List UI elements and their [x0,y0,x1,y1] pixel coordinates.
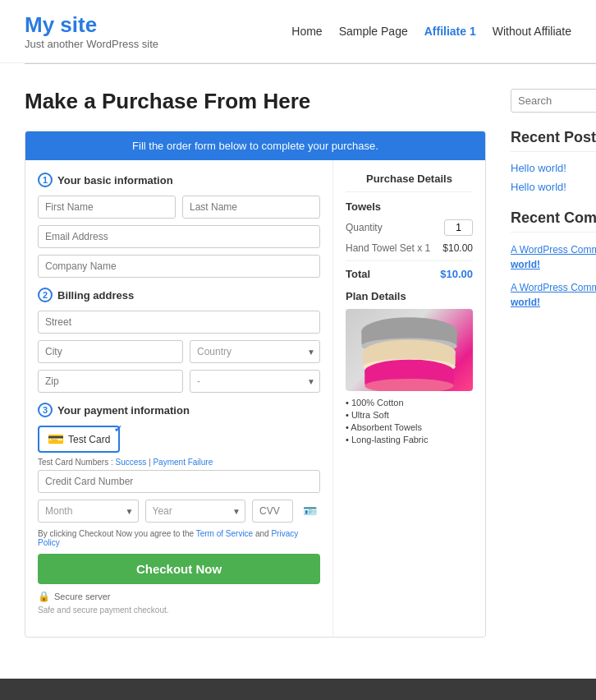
checkout-container: Fill the order form below to complete yo… [25,131,486,638]
month-wrap: Month ▼ [38,500,139,523]
comment-0: A WordPress Commenter on Hello world! [511,242,596,272]
payment-section: 3 Your payment information 💳 Test Card ✔ [38,403,320,615]
feature-item: Long-lasting Fabric [346,435,473,444]
credit-card-input[interactable] [38,470,320,493]
site-title: My site [25,12,158,38]
nav-without-affiliate[interactable]: Without Affiliate [493,25,571,38]
street-row [38,311,320,334]
plan-title: Plan Details [346,290,473,302]
name-row [38,196,320,219]
form-column: 1 Your basic information [25,160,333,637]
test-card-button[interactable]: 💳 Test Card ✔ [38,426,120,453]
page-title: Make a Purchase From Here [25,89,486,114]
recent-posts-title: Recent Posts [511,129,596,152]
commenter-1[interactable]: A WordPress Commenter [511,282,596,293]
card-info-text: Test Card Numbers : Success | Payment Fa… [38,458,320,467]
site-header: My site Just another WordPress site Home… [0,0,596,63]
site-tagline: Just another WordPress site [25,38,158,50]
zip-select[interactable]: - [190,370,320,393]
site-branding: My site Just another WordPress site [25,12,158,50]
section2-header: 2 Billing address [38,288,320,302]
recent-post-1[interactable]: Hello world! [511,181,596,193]
quantity-row: Quantity [346,219,473,236]
company-input[interactable] [38,255,320,278]
first-name-input[interactable] [38,196,176,219]
total-row: Total $10.00 [346,268,473,280]
billing-section: 2 Billing address Country [38,288,320,393]
feature-item: 100% Cotton [346,398,473,408]
quantity-label: Quantity [346,222,383,233]
section1-number: 1 [38,173,53,187]
section3-header: 3 Your payment information [38,403,320,417]
email-row [38,225,320,248]
check-icon: ✔ [114,423,122,435]
product-name: Towels [346,200,473,213]
item-label: Hand Towel Set x 1 [346,242,430,254]
city-country-row: Country ▼ [38,340,320,363]
section1-header: 1 Your basic information [38,173,320,187]
street-input[interactable] [38,311,320,334]
failure-link[interactable]: Payment Failure [153,458,213,467]
main-nav: Home Sample Page Affiliate 1 Without Aff… [291,25,571,38]
section3-label: Your payment information [57,404,190,417]
company-row [38,255,320,278]
city-input[interactable] [38,340,183,363]
checkout-button[interactable]: Checkout Now [38,554,320,584]
total-label: Total [346,268,370,280]
email-input[interactable] [38,225,320,248]
lock-icon: 🔒 [38,591,50,602]
cc-expiry-row: Month ▼ Year ▼ 🪪 [38,500,320,523]
content-area: Make a Purchase From Here Fill the order… [25,89,486,638]
cc-number-row [38,470,320,493]
section2-label: Billing address [57,289,134,302]
section2-number: 2 [38,288,53,302]
section3-number: 3 [38,403,53,417]
secure-subtext: Safe and secure payment checkout. [38,606,320,615]
item-price: $10.00 [442,242,473,254]
year-select[interactable]: Year [145,500,246,523]
site-footer: Colorway Theme Footer is widgetized. To … [0,679,596,700]
comment-1: A WordPress Commenter on Hello world! [511,280,596,310]
cvv-input[interactable] [252,500,293,523]
feature-list: 100% Cotton Ultra Soft Absorbent Towels … [346,398,473,444]
recent-comments-title: Recent Comments [511,210,596,233]
secure-row: 🔒 Secure server [38,591,320,602]
cvv-icon: 🪪 [300,500,320,523]
recent-post-0[interactable]: Hello world! [511,162,596,174]
terms-link[interactable]: Term of Service [196,529,253,538]
search-box: 🔍 [511,89,596,113]
checkout-header: Fill the order form below to complete yo… [25,131,485,160]
nav-home[interactable]: Home [291,25,322,38]
towel-image [346,309,473,391]
success-link[interactable]: Success [115,458,146,467]
zip-select-wrap: - ▼ [190,370,320,393]
main-content: Make a Purchase From Here Fill the order… [0,64,596,662]
month-select[interactable]: Month [38,500,139,523]
commenter-0[interactable]: A WordPress Commenter [511,244,596,256]
feature-item: Absorbent Towels [346,422,473,432]
recent-comments-section: Recent Comments A WordPress Commenter on… [511,210,596,310]
country-wrap: Country ▼ [190,340,320,363]
zip-input[interactable] [38,370,183,393]
last-name-input[interactable] [182,196,320,219]
test-card-label: Test Card [68,434,110,445]
section1-label: Your basic information [57,174,173,187]
year-wrap: Year ▼ [145,500,246,523]
nav-affiliate1[interactable]: Affiliate 1 [424,25,476,38]
secure-label: Secure server [54,592,110,601]
basic-info-section: 1 Your basic information [38,173,320,278]
details-column: Purchase Details Towels Quantity Hand To… [333,160,485,637]
card-icon: 💳 [48,431,64,447]
total-value: $10.00 [440,268,473,280]
quantity-input[interactable] [444,219,473,236]
feature-item: Ultra Soft [346,410,473,420]
sidebar: 🔍 Recent Posts Hello world! Hello world!… [511,89,596,638]
nav-sample-page[interactable]: Sample Page [339,25,408,38]
country-select[interactable]: Country [190,340,320,363]
item-row: Hand Towel Set x 1 $10.00 [346,242,473,254]
detail-divider [346,260,473,261]
search-input[interactable] [511,90,596,112]
zip-row: - ▼ [38,370,320,393]
purchase-details-title: Purchase Details [346,173,473,192]
checkout-body: 1 Your basic information [25,160,485,637]
